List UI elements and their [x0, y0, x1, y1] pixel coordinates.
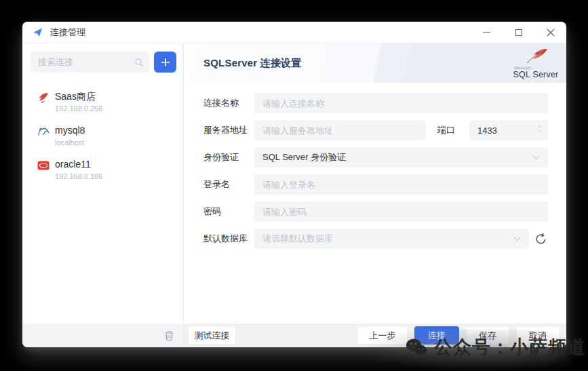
password-field-wrap: [254, 201, 548, 222]
connection-host: 192.168.0.186: [55, 172, 102, 180]
cancel-button[interactable]: 取消: [516, 326, 560, 345]
login-field-wrap: [254, 174, 548, 195]
sqlserver-logo: Microsoft SQL Server: [511, 47, 561, 79]
auth-select[interactable]: SQL Server 身份验证: [254, 147, 548, 168]
connect-button[interactable]: 连接: [414, 326, 459, 345]
refresh-databases-button[interactable]: [533, 231, 548, 246]
search-box[interactable]: [31, 52, 150, 73]
refresh-icon: [534, 233, 547, 246]
maximize-button[interactable]: [503, 22, 534, 43]
connection-form: 连接名称 服务器地址 端口: [184, 83, 566, 324]
connection-info: oracle11 192.168.0.186: [55, 159, 102, 180]
connection-list: Saas商店 192.168.0.258 mysql8 localhost: [22, 79, 183, 324]
minimize-icon: [483, 32, 490, 33]
connection-name: oracle11: [55, 159, 102, 170]
sqlserver-icon: [37, 92, 50, 104]
add-connection-button[interactable]: [154, 52, 176, 73]
connection-name-field[interactable]: [254, 93, 548, 113]
connection-name: mysql8: [55, 125, 85, 136]
close-icon: [547, 28, 555, 37]
port-stepper: [469, 120, 548, 140]
login-name-label: 登录名: [203, 178, 254, 191]
paper-plane-icon: [33, 27, 43, 37]
server-field-wrap: 端口: [254, 120, 548, 140]
desktop-background: 连接管理: [0, 0, 588, 371]
action-bar: 测试连接 上一步 连接 保存 取消: [184, 324, 566, 347]
oracle-icon: [37, 159, 50, 172]
list-item-mysql[interactable]: mysql8 localhost: [22, 119, 183, 153]
form-row-login: 登录名: [203, 174, 548, 195]
password-field[interactable]: [254, 201, 548, 222]
page-title: SQLServer 连接设置: [203, 57, 302, 70]
connection-info: mysql8 localhost: [55, 125, 85, 147]
list-item-oracle[interactable]: oracle11 192.168.0.186: [22, 153, 183, 187]
default-db-placeholder: 请选择默认数据库: [262, 233, 513, 245]
logo-product: SQL Server: [513, 70, 559, 79]
form-row-default-db: 默认数据库 请选择默认数据库: [203, 229, 548, 249]
minimize-button[interactable]: [471, 22, 503, 43]
sidebar: Saas商店 192.168.0.258 mysql8 localhost: [22, 43, 184, 347]
connection-name-field-wrap: [254, 93, 548, 113]
connection-name-label: 连接名称: [203, 97, 254, 109]
mysql-icon: [37, 125, 50, 138]
auth-field-wrap: SQL Server 身份验证: [254, 147, 548, 168]
default-db-select[interactable]: 请选择默认数据库: [254, 229, 529, 249]
search-icon: [134, 58, 144, 67]
sqlserver-logo-icon: [523, 48, 549, 64]
port-field[interactable]: [469, 120, 548, 140]
previous-step-button[interactable]: 上一步: [357, 326, 408, 345]
form-row-connection-name: 连接名称: [203, 93, 548, 113]
list-item-saas[interactable]: Saas商店 192.168.0.258: [22, 85, 183, 119]
default-db-label: 默认数据库: [203, 233, 254, 245]
auth-select-value: SQL Server 身份验证: [262, 151, 532, 163]
save-button[interactable]: 保存: [466, 326, 509, 345]
server-address-field[interactable]: [254, 120, 426, 140]
connection-host: 192.168.0.258: [55, 104, 102, 113]
close-button[interactable]: [534, 22, 566, 43]
window-body: Saas商店 192.168.0.258 mysql8 localhost: [22, 43, 566, 347]
settings-header: SQLServer 连接设置 Microsoft SQL Server: [184, 43, 566, 83]
search-row: [22, 43, 183, 79]
default-db-field-wrap: 请选择默认数据库: [254, 229, 548, 249]
form-row-server: 服务器地址 端口: [203, 120, 548, 140]
titlebar: 连接管理: [22, 22, 566, 43]
password-label: 密码: [203, 206, 254, 218]
chevron-down-icon: [513, 237, 521, 241]
connection-name: Saas商店: [55, 91, 102, 102]
main-panel: SQLServer 连接设置 Microsoft SQL Server 连接名称: [184, 43, 566, 347]
test-connection-button[interactable]: 测试连接: [188, 326, 236, 345]
login-name-field[interactable]: [254, 174, 548, 195]
stepper-arrows-icon[interactable]: [537, 125, 542, 132]
form-row-password: 密码: [203, 201, 548, 222]
connection-manager-window: 连接管理: [22, 22, 566, 347]
server-address-label: 服务器地址: [203, 124, 254, 136]
window-title: 连接管理: [50, 26, 85, 39]
auth-label: 身份验证: [203, 151, 254, 163]
trash-icon[interactable]: [164, 330, 174, 341]
form-row-auth: 身份验证 SQL Server 身份验证: [203, 147, 548, 168]
connection-host: localhost: [55, 138, 85, 147]
port-label: 端口: [437, 124, 455, 136]
connection-info: Saas商店 192.168.0.258: [55, 91, 102, 113]
sidebar-footer: [22, 324, 183, 347]
chevron-down-icon: [532, 155, 540, 160]
search-input[interactable]: [38, 57, 134, 67]
maximize-icon: [515, 29, 522, 36]
plus-icon: [161, 58, 170, 67]
